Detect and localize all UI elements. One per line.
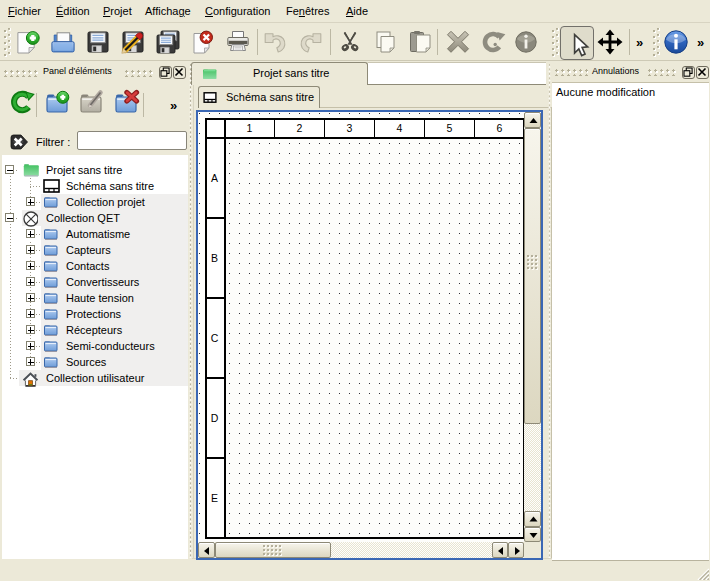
svg-text:B: B: [211, 252, 218, 264]
svg-text:4: 4: [397, 122, 403, 134]
svg-text:1: 1: [247, 122, 253, 134]
svg-text:2: 2: [297, 122, 303, 134]
svg-text:3: 3: [347, 122, 353, 134]
svg-text:6: 6: [497, 122, 503, 134]
svg-text:5: 5: [447, 122, 453, 134]
svg-text:A: A: [211, 172, 218, 184]
svg-text:C: C: [211, 332, 219, 344]
svg-text:E: E: [211, 492, 218, 504]
svg-text:D: D: [211, 412, 219, 424]
